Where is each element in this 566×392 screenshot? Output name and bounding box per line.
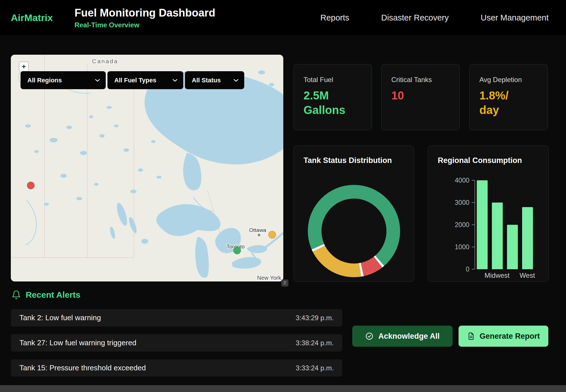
alert-message: Tank 27: Low fuel warning triggered xyxy=(19,338,136,347)
bar-x-axis: MidwestWest xyxy=(475,271,535,279)
stat-label: Total Fuel xyxy=(304,76,365,84)
fuel-type-filter-dropdown[interactable]: All Fuel Types xyxy=(107,71,183,89)
bar-y-axis: 40003000200010000 xyxy=(428,180,475,269)
x-tick-label: West xyxy=(522,271,533,279)
map-label-new-york: New York xyxy=(257,275,281,281)
alert-row[interactable]: Tank 27: Low fuel warning triggered 3:38… xyxy=(11,334,342,352)
status-filter-value: All Status xyxy=(192,77,221,84)
map-filters: All Regions All Fuel Types All Status xyxy=(21,71,244,89)
acknowledge-all-button[interactable]: Acknowledge All xyxy=(352,326,453,347)
chart-title: Tank Status Distribution xyxy=(294,146,414,165)
dashboard-app: AirMatrix Fuel Monitoring Dashboard Real… xyxy=(0,0,566,392)
header: AirMatrix Fuel Monitoring Dashboard Real… xyxy=(0,0,566,36)
bell-icon xyxy=(11,290,21,300)
stat-card-avg-depletion: Avg Depletion 1.8%/ day xyxy=(469,64,548,130)
map-label-canada: Canada xyxy=(92,58,118,64)
alert-time: 3:38:24 p.m. xyxy=(296,339,334,347)
regional-consumption-card: Regional Consumption 40003000200010000 M… xyxy=(428,146,549,282)
acknowledge-all-label: Acknowledge All xyxy=(378,332,439,341)
stat-value: 1.8%/ day xyxy=(479,88,541,117)
alert-time: 3:43:29 p.m. xyxy=(296,314,334,322)
x-tick-label xyxy=(506,271,518,279)
bar-plot xyxy=(475,180,535,269)
zoom-in-button[interactable]: + xyxy=(19,62,29,72)
donut-chart xyxy=(308,185,400,277)
alerts-heading: Recent Alerts xyxy=(26,290,80,300)
page-subtitle: Real-Time Overview xyxy=(74,21,215,29)
main-nav: Reports Disaster Recovery User Managemen… xyxy=(320,13,549,23)
generate-report-label: Generate Report xyxy=(480,332,540,341)
alert-time: 3:33:24 p.m. xyxy=(296,364,334,372)
file-text-icon xyxy=(467,332,475,340)
nav-item-reports[interactable]: Reports xyxy=(320,13,349,23)
window-bottom-bar xyxy=(0,385,566,392)
chevron-down-icon xyxy=(172,79,178,82)
brand-logo: AirMatrix xyxy=(11,12,53,23)
map-resize-handle[interactable]: ⠿ xyxy=(281,279,288,287)
bar xyxy=(477,180,488,269)
map-panel[interactable]: Canada Ottawa Toronto New York + − All R… xyxy=(11,55,283,281)
alerts-heading-row: Recent Alerts xyxy=(11,290,80,300)
fuel-type-filter-value: All Fuel Types xyxy=(114,77,156,84)
page-title: Fuel Monitoring Dashboard xyxy=(74,7,215,19)
bar xyxy=(492,203,503,269)
chart-title: Regional Consumption xyxy=(428,146,548,165)
check-circle-icon xyxy=(365,332,374,340)
alert-row[interactable]: Tank 2: Low fuel warning 3:43:29 p.m. xyxy=(11,309,342,326)
alert-message: Tank 2: Low fuel warning xyxy=(19,313,101,322)
bar xyxy=(507,225,518,269)
stat-value: 10 xyxy=(391,88,453,103)
map-marker-normal[interactable] xyxy=(233,247,241,254)
stat-card-critical-tanks: Critical Tanks 10 xyxy=(381,64,460,130)
title-block: Fuel Monitoring Dashboard Real-Time Over… xyxy=(74,7,215,29)
stat-label: Critical Tanks xyxy=(391,76,453,84)
status-filter-dropdown[interactable]: All Status xyxy=(185,71,244,89)
stat-card-total-fuel: Total Fuel 2.5M Gallons xyxy=(294,64,372,130)
region-filter-dropdown[interactable]: All Regions xyxy=(21,71,106,89)
alert-row[interactable]: Tank 15: Pressure threshold exceeded 3:3… xyxy=(11,359,342,377)
nav-item-user-management[interactable]: User Management xyxy=(481,13,549,23)
alert-message: Tank 15: Pressure threshold exceeded xyxy=(19,364,146,372)
map-marker-critical[interactable] xyxy=(27,182,34,189)
stat-label: Avg Depletion xyxy=(479,76,541,84)
tank-status-card: Tank Status Distribution xyxy=(294,146,414,282)
generate-report-button[interactable]: Generate Report xyxy=(459,326,548,347)
ottawa-city-dot xyxy=(258,234,260,236)
region-filter-value: All Regions xyxy=(27,77,62,84)
donut-hole xyxy=(321,199,386,264)
nav-item-disaster-recovery[interactable]: Disaster Recovery xyxy=(381,13,449,23)
bar xyxy=(522,207,533,269)
map-label-ottawa: Ottawa xyxy=(249,227,266,233)
chevron-down-icon xyxy=(95,79,100,82)
chevron-down-icon xyxy=(233,79,239,82)
stat-value: 2.5M Gallons xyxy=(304,88,365,117)
x-tick-label: Midwest xyxy=(491,271,503,279)
map-marker-warning[interactable] xyxy=(268,231,276,238)
